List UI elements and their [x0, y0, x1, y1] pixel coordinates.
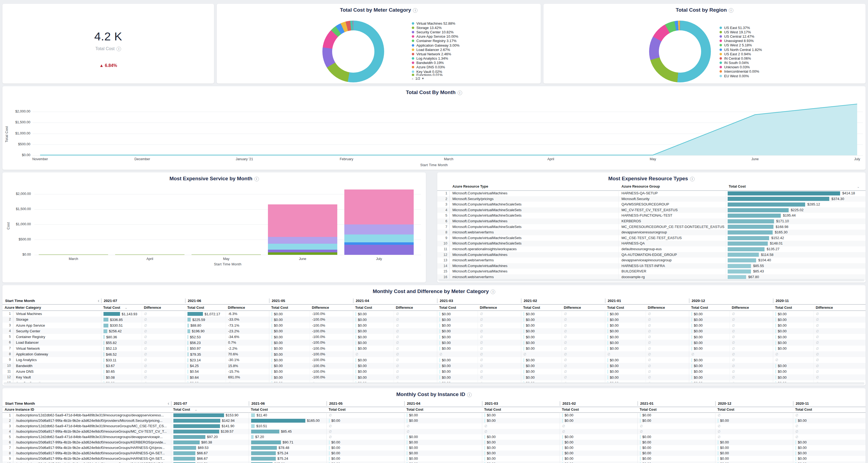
legend-item[interactable]: Virtual Network 2.46% [412, 52, 460, 56]
legend-item[interactable]: Key Vault 0.02% [412, 69, 460, 74]
cost-value: $0.00 [442, 334, 451, 340]
chevron-left-icon[interactable]: ‹ [98, 298, 99, 303]
bar-segment-azure-app-service[interactable] [344, 245, 414, 255]
col-header-difference[interactable]: Difference [142, 305, 185, 311]
col-header-difference[interactable]: Difference [310, 305, 353, 311]
legend-item[interactable]: Storage 13.42% [412, 26, 460, 30]
col-header-difference[interactable]: Difference [394, 305, 437, 311]
col-header-total-cost[interactable]: Total Cost [715, 407, 793, 412]
col-header-difference[interactable]: Difference [646, 305, 689, 311]
meter-category-donut[interactable] [322, 21, 384, 82]
col-header-total-cost[interactable]: Total Cost [793, 407, 866, 412]
legend-item[interactable]: US East 51.37% [719, 26, 762, 30]
legend-item[interactable]: Container Registry 3.17% [412, 39, 460, 43]
legend-item[interactable]: Load Balancer 2.67% [412, 48, 460, 52]
row-dimension-header[interactable]: Azure Meter Category [2, 305, 101, 311]
col-header-total-cost[interactable]: Total Cost [327, 407, 404, 412]
bar-segment-trace[interactable] [39, 255, 108, 255]
bar-segment-storage[interactable] [344, 225, 414, 235]
legend-item[interactable]: Bandwidth 0.19% [412, 61, 460, 65]
col-header-total-cost[interactable]: Total Cost ⌄ [171, 407, 249, 412]
col-header-resource-type[interactable]: Azure Resource Type [450, 184, 619, 190]
col-header-total-cost[interactable]: Total Cost [353, 305, 394, 311]
col-header-total-cost[interactable]: Total Cost [249, 407, 327, 412]
col-header-total-cost[interactable]: Total Cost [773, 305, 813, 311]
region-donut[interactable] [649, 21, 711, 82]
bar-segment-container-registry[interactable] [344, 242, 414, 245]
col-header-difference[interactable]: Difference [477, 305, 521, 311]
legend-item-clipped[interactable]: Functions 0.01% [412, 74, 460, 76]
col-header-difference[interactable]: Difference [226, 305, 269, 311]
legend-item[interactable]: Log Analytics 1.34% [412, 56, 460, 61]
col-header-total-cost[interactable]: Total Cost [560, 407, 638, 412]
horizontal-scrollbar[interactable] [438, 279, 865, 281]
bar-segment-security-center[interactable] [344, 234, 414, 242]
bar-segment-trace[interactable] [115, 255, 185, 255]
bar-segment-trace[interactable] [191, 255, 261, 255]
sort-chevron-icon[interactable]: ⌄ [194, 408, 197, 411]
bar-segment-storage[interactable] [268, 237, 337, 244]
null-value: ∅ [480, 358, 483, 362]
legend-swatch-icon [412, 27, 414, 29]
col-header-total-cost[interactable]: Total Cost [437, 305, 477, 311]
legend-item[interactable]: US North Central 1.82% [719, 48, 762, 52]
area-chart[interactable]: $0.00$500.00$1,000.00$1,500.00$2,000.00N… [2, 86, 866, 170]
bar-segment-azure-app-service[interactable] [268, 250, 337, 252]
info-icon[interactable]: i [117, 47, 121, 51]
cost-cell: $0.00 [638, 451, 715, 456]
bar-segment-application-gateway[interactable] [268, 252, 337, 255]
legend-label: Virtual Network 2.46% [416, 52, 451, 56]
legend-item[interactable]: US West 2 5.18% [719, 43, 762, 48]
legend-swatch-icon [412, 53, 414, 55]
legend-item[interactable]: EU West 0.00% [719, 74, 762, 78]
legend-item[interactable]: Intercontinental 0.00% [719, 69, 762, 74]
resource-type-cell: Microsoft.Security/pricings [450, 196, 619, 202]
bar-segment-security-center[interactable] [268, 244, 337, 250]
chevron-left-icon[interactable]: ‹ [168, 400, 169, 406]
col-header-difference[interactable]: Difference [813, 305, 857, 311]
info-icon[interactable]: i [690, 177, 694, 181]
cost-value: $0.00 [720, 461, 729, 463]
legend-page-down-icon[interactable]: ▼ [422, 77, 424, 80]
col-header-total-cost[interactable]: Total Cost [605, 305, 646, 311]
legend-item[interactable]: US Central 12.47% [719, 34, 762, 38]
col-header-total-cost[interactable]: Total Cost [185, 305, 226, 311]
legend-item[interactable]: Virtual Machines 52.88% [412, 21, 460, 26]
info-icon[interactable]: i [729, 8, 733, 13]
info-icon[interactable]: i [491, 290, 495, 294]
legend-item[interactable]: Azure DNS 0.03% [412, 65, 460, 69]
cost-cell: $0.00 [521, 374, 562, 380]
col-header-total-cost[interactable]: Total Cost [482, 407, 560, 412]
sort-chevron-icon[interactable]: ⌄ [124, 306, 127, 309]
bar-segment-virtual-machines[interactable] [268, 204, 337, 237]
col-header-resource-group[interactable]: Azure Resource Group [619, 184, 726, 190]
legend-item[interactable]: Application Gateway 3.00% [412, 43, 460, 48]
legend-page-up-icon[interactable]: ▲ [411, 77, 414, 80]
col-header-total-cost[interactable]: Total Cost ⌄ [101, 305, 142, 311]
col-header-difference[interactable]: Difference [562, 305, 605, 311]
legend-item[interactable]: US West 19.17% [719, 30, 762, 34]
cost-value: $0.00 [442, 340, 451, 346]
legend-item[interactable]: IN Central 0.06% [719, 56, 762, 60]
y-tick-label: $0.00 [5, 253, 31, 256]
col-header-total-cost[interactable]: Total Cost [269, 305, 310, 311]
legend-item[interactable]: Azure App Service 10.00% [412, 34, 460, 39]
col-header-difference[interactable]: Difference [730, 305, 773, 311]
col-header-total-cost[interactable]: Total Cost [726, 184, 866, 190]
info-icon[interactable]: i [467, 393, 472, 397]
chevron-down-icon[interactable]: ⌄ [857, 185, 860, 189]
horizontal-scrollbar[interactable] [3, 382, 865, 385]
legend-item[interactable]: IN South 0.04% [719, 61, 762, 65]
col-header-total-cost[interactable]: Total Cost [689, 305, 730, 311]
legend-item[interactable]: Unassigned 8.93% [719, 39, 762, 43]
col-header-total-cost[interactable]: Total Cost [638, 407, 715, 412]
bar-segment-virtual-machines[interactable] [344, 190, 414, 224]
info-icon[interactable]: i [413, 8, 417, 13]
col-header-total-cost[interactable]: Total Cost [404, 407, 482, 412]
legend-item[interactable]: Unknown 0.03% [719, 65, 762, 69]
col-header-total-cost[interactable]: Total Cost [521, 305, 562, 311]
row-dimension-header[interactable]: Azure Instance ID [2, 407, 171, 412]
difference-cell: -100.0% [310, 363, 353, 369]
legend-item[interactable]: Security Center 10.82% [412, 30, 460, 34]
legend-item[interactable]: US East 2 0.94% [719, 52, 762, 56]
